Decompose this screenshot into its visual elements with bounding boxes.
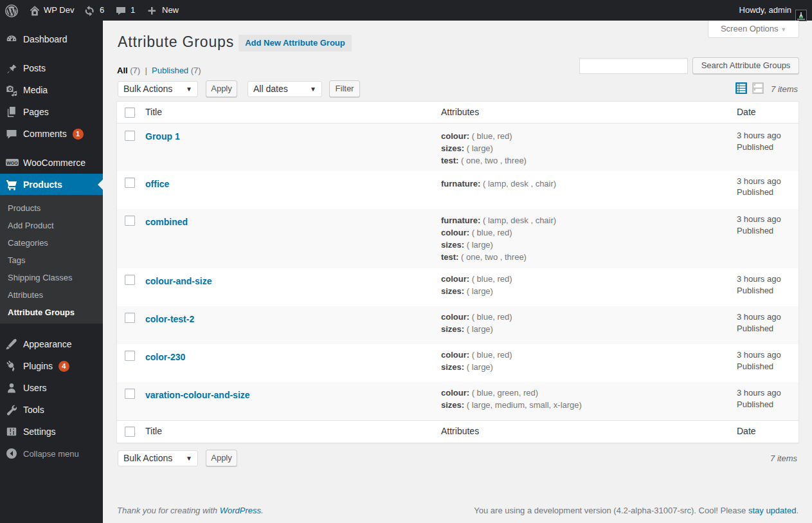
svg-text:WOO: WOO <box>6 161 18 165</box>
